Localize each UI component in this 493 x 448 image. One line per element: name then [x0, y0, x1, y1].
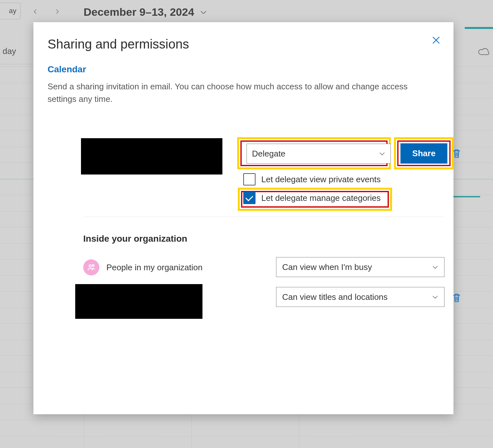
- date-range-text: December 9–13, 2024: [84, 6, 194, 18]
- share-button[interactable]: Share: [400, 143, 447, 164]
- day-header-label: day: [3, 46, 16, 56]
- chevron-down-icon: [432, 264, 438, 270]
- private-events-checkbox-row[interactable]: Let delegate view private events: [243, 173, 381, 185]
- today-button[interactable]: ay: [0, 3, 21, 19]
- permission-select[interactable]: Delegate: [246, 144, 391, 164]
- private-events-checkbox[interactable]: [243, 173, 255, 185]
- today-label: ay: [9, 7, 16, 15]
- svg-point-1: [92, 264, 94, 266]
- org-people-label: People in my organization: [106, 263, 202, 273]
- user-permission-value: Can view titles and locations: [282, 292, 388, 302]
- private-events-label: Let delegate view private events: [261, 175, 381, 184]
- permission-select-value: Delegate: [252, 149, 285, 159]
- org-permission-select[interactable]: Can view when I'm busy: [276, 257, 444, 277]
- manage-categories-label: Let delegate manage categories: [261, 193, 381, 203]
- user-permission-select[interactable]: Can view titles and locations: [276, 287, 444, 307]
- user-redacted: [75, 284, 202, 319]
- section-divider: [83, 217, 444, 217]
- delete-recipient-button[interactable]: [453, 149, 462, 159]
- next-week-button[interactable]: [53, 7, 62, 16]
- close-button[interactable]: [431, 35, 441, 45]
- chevron-down-icon: [432, 294, 438, 300]
- weather-icon: [478, 48, 490, 57]
- modal-title: Sharing and permissions: [48, 37, 439, 51]
- date-range-picker[interactable]: December 9–13, 2024: [84, 6, 207, 18]
- recipient-redacted: [81, 138, 222, 175]
- chevron-down-icon: [379, 150, 385, 157]
- calendar-name: Calendar: [48, 64, 439, 75]
- manage-categories-checkbox-row[interactable]: Let delegate manage categories: [243, 192, 381, 204]
- org-section-heading: Inside your organization: [83, 234, 187, 244]
- modal-description: Send a sharing invitation in email. You …: [48, 80, 427, 105]
- org-avatar: [83, 259, 99, 275]
- org-permission-value: Can view when I'm busy: [282, 262, 372, 272]
- svg-point-0: [89, 265, 91, 267]
- manage-categories-checkbox[interactable]: [243, 192, 255, 204]
- org-people-row: People in my organization: [83, 259, 202, 275]
- delete-user-permission-button[interactable]: [453, 293, 462, 303]
- chevron-down-icon: [200, 9, 207, 16]
- sharing-permissions-modal: Sharing and permissions Calendar Send a …: [33, 22, 453, 414]
- share-button-label: Share: [412, 148, 435, 158]
- prev-week-button[interactable]: [31, 7, 40, 16]
- accent-bar: [465, 27, 493, 29]
